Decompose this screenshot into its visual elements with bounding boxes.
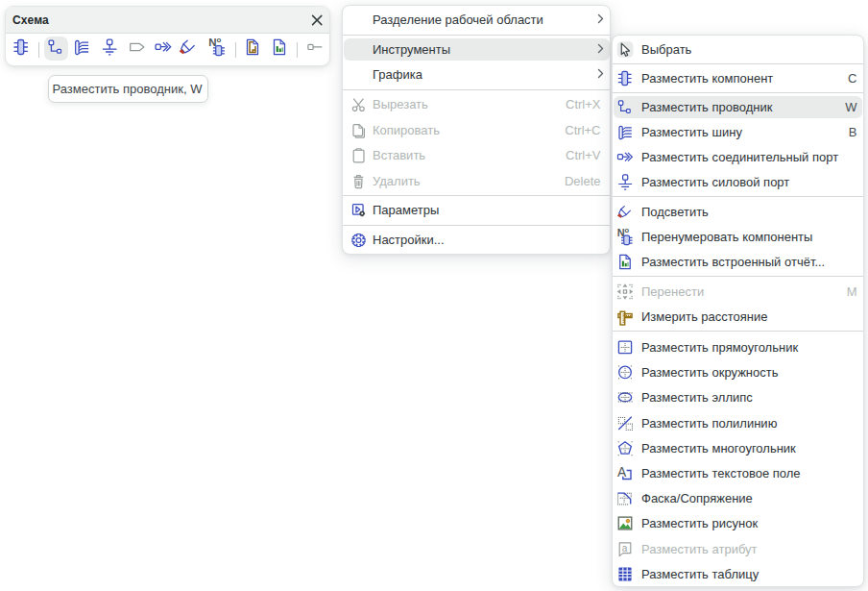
- svg-text:N: N: [617, 227, 625, 238]
- svg-text:o: o: [216, 37, 221, 45]
- svg-text:N: N: [208, 37, 216, 49]
- svg-text:a: a: [622, 542, 628, 553]
- svg-text:A: A: [617, 465, 627, 480]
- svg-text:o: o: [625, 227, 630, 234]
